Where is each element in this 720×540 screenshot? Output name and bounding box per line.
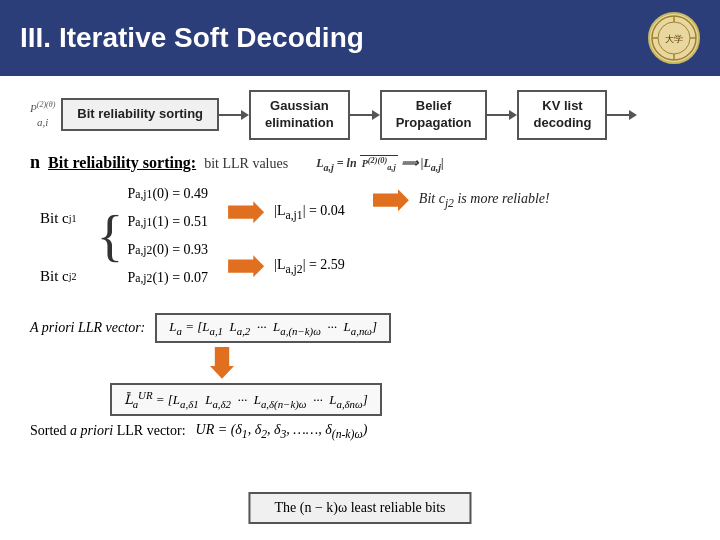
prob-list: Pa,j1(0) = 0.49 Pa,j1(1) = 0.51 Pa,j2(0)… (127, 181, 208, 291)
llr-arrows: |La,j1| = 0.04 |La,j2| = 2.59 (228, 185, 345, 293)
section-subtitle: bit LLR values (204, 156, 288, 172)
pipeline-arrow-4 (607, 110, 637, 120)
university-logo: 大学 (648, 12, 700, 64)
pipeline-arrow-1 (219, 110, 249, 120)
pipeline-box-gaussian: Gaussianelimination (249, 90, 350, 140)
prob-3: Pa,j2(0) = 0.93 (127, 237, 208, 263)
pipeline-row: P(2)(θ) a,i Bit reliability sorting Gaus… (0, 76, 720, 148)
llr-formula: La,j = ln P(2)(0)a,j ⟹ |La,j| (316, 155, 444, 173)
left-brace: { (97, 208, 124, 264)
pipeline-box-kv: KV listdecoding (517, 90, 607, 140)
main-content: n Bit reliability sorting: bit LLR value… (0, 148, 720, 441)
reliable-section: Bit cj2 is more reliable! (373, 181, 550, 211)
reliable-text: Bit cj2 is more reliable! (419, 191, 550, 210)
sorted-formula-wrap: L̄aUR = [La,δ1 La,δ2 ··· La,δ(n−k)ω ··· … (30, 383, 690, 416)
apriori-formula: La = [La,1 La,2 ··· La,(n−k)ω ··· La,nω] (155, 313, 391, 343)
bits-area: Bit cj1 Bit cj2 { Pa,j1(0) = 0.49 Pa,j1(… (40, 181, 690, 303)
orange-arrow-3 (373, 189, 409, 211)
orange-arrow-1 (228, 201, 264, 223)
sorted-formula-inline: UR = (δ1, δ2, δ3, ……, δ(n-k)ω) (196, 422, 368, 441)
logo-icon: 大学 (650, 14, 698, 62)
bit-labels-column: Bit cj1 Bit cj2 (40, 191, 77, 303)
pipeline-arrow-3 (487, 110, 517, 120)
bottom-banner: The (n − k)ω least reliable bits (248, 492, 471, 524)
sorted-llr-formula: L̄aUR = [La,δ1 La,δ2 ··· La,δ(n−k)ω ··· … (110, 383, 382, 416)
down-arrow (210, 347, 234, 379)
down-arrow-wrap (30, 347, 690, 379)
section-title: Bit reliability sorting: (48, 154, 196, 172)
section-heading: n Bit reliability sorting: bit LLR value… (30, 152, 690, 173)
page-header: III. Iterative Soft Decoding 大学 (0, 0, 720, 76)
page-title: III. Iterative Soft Decoding (20, 22, 364, 54)
prob-brace-block: { Pa,j1(0) = 0.49 Pa,j1(1) = 0.51 Pa,j2(… (97, 181, 209, 291)
apriori-label: A priori LLR vector: (30, 320, 145, 336)
pipeline-formula-label: P(2)(θ) a,i (30, 100, 55, 129)
pipeline-box-bit-reliability: Bit reliability sorting (61, 98, 219, 131)
bit-cj1-label: Bit cj1 (40, 191, 77, 245)
sorted-label: Sorted a priori LLR vector: (30, 423, 186, 439)
prob-1: Pa,j1(0) = 0.49 (127, 181, 208, 207)
sorted-section: Sorted a priori LLR vector: UR = (δ1, δ2… (30, 422, 690, 441)
section-bullet: n (30, 152, 40, 173)
reliable-row: Bit cj2 is more reliable! (373, 189, 550, 211)
llr-row-1: |La,j1| = 0.04 (228, 185, 345, 239)
llr-value-1: |La,j1| = 0.04 (274, 203, 345, 222)
pipeline-arrow-2 (350, 110, 380, 120)
bit-cj2-label: Bit cj2 (40, 249, 77, 303)
llr-value-2: |La,j2| = 2.59 (274, 257, 345, 276)
svg-text:大学: 大学 (665, 34, 683, 44)
pipeline-box-belief: BeliefPropagation (380, 90, 488, 140)
prob-2: Pa,j1(1) = 0.51 (127, 209, 208, 235)
orange-arrow-2 (228, 255, 264, 277)
llr-row-2: |La,j2| = 2.59 (228, 239, 345, 293)
prob-4: Pa,j2(1) = 0.07 (127, 265, 208, 291)
bottom-banner-text: The (n − k)ω least reliable bits (274, 500, 445, 515)
apriori-section: A priori LLR vector: La = [La,1 La,2 ···… (30, 313, 690, 343)
